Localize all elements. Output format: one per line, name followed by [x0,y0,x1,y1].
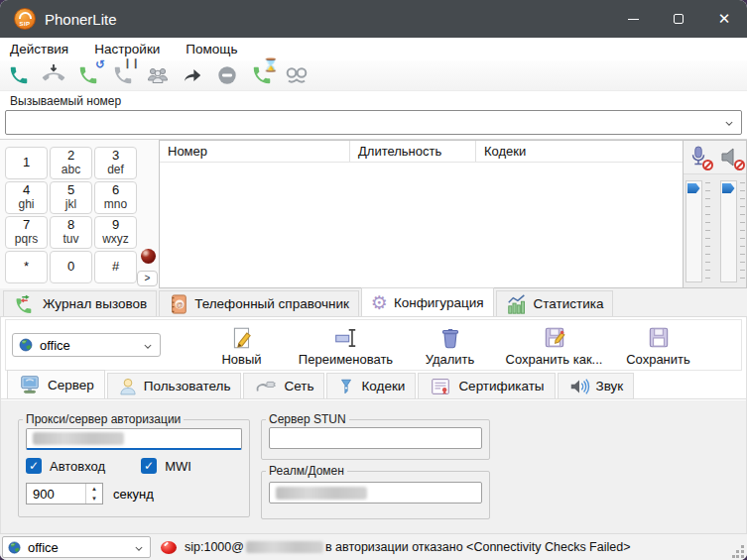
speaker-muted-icon[interactable] [719,145,743,170]
mwi-checkbox[interactable]: ✓ [141,458,157,474]
dialpad-key-hash[interactable]: # [94,251,137,283]
config-tab-codecs[interactable]: Кодеки [326,373,416,398]
forward-icon[interactable] [180,62,205,88]
call-log-icon [13,293,37,315]
config-tab-certificates[interactable]: Сертификаты [418,373,555,398]
minimize-button[interactable] [610,0,656,38]
call-list-header: Номер Длительность Кодеки [160,141,683,163]
status-profile-combobox[interactable]: office [2,536,151,558]
menu-actions[interactable]: Действия [10,42,68,56]
tab-call-log[interactable]: Журнал вызовов [3,290,157,316]
autologin-checkbox[interactable]: ✓ [26,458,42,474]
record-indicator-icon [141,249,156,264]
stun-legend: Сервер STUN [266,412,349,426]
close-button[interactable]: ✕ [701,0,747,38]
config-tab-server[interactable]: Сервер [7,370,105,398]
dialpad-key-6[interactable]: 6mno [94,181,137,214]
column-codecs[interactable]: Кодеки [476,141,683,162]
speaker-volume-slider[interactable] [720,180,745,282]
spin-up-icon[interactable]: ▲ [86,484,102,494]
certificates-icon [429,376,452,397]
audio-panel [684,140,747,288]
realm-domain-input[interactable] [269,482,482,504]
new-profile-button[interactable]: Новый [192,323,291,367]
tab-statistics[interactable]: Статистика [496,290,614,316]
save-as-profile-button[interactable]: Сохранить как... [505,323,603,367]
maximize-button[interactable] [656,0,701,38]
menu-help[interactable]: Помощь [186,42,237,56]
dialpad-key-5[interactable]: 5jkl [50,181,92,214]
call-list-body[interactable] [160,163,683,287]
config-tab-network[interactable]: Сеть [243,373,324,398]
dialpad-key-9[interactable]: 9wxyz [94,216,137,249]
masked-value [33,432,124,445]
dnd-icon[interactable] [214,62,240,88]
config-tab-sound[interactable]: Звук [558,373,635,398]
mic-slider-thumb[interactable] [687,183,700,193]
tab-configuration[interactable]: ⚙ Конфигурация [361,287,494,316]
call-icon[interactable] [6,62,32,88]
user-icon [118,376,138,397]
dialpad: 1 2abc 3def 4ghi 5jkl 6mno 7pqrs 8tuv 9w… [0,140,159,288]
server-icon [18,374,42,395]
dial-number-combobox[interactable] [5,110,742,135]
speaker-slider-thumb[interactable] [722,183,735,193]
resize-grip[interactable] [732,545,745,558]
dialpad-key-7[interactable]: 7pqrs [5,216,48,249]
microphone-muted-icon[interactable] [687,145,711,170]
dialpad-key-4[interactable]: 4ghi [5,181,48,214]
reregister-interval-spinner[interactable]: 900 ▲ ▼ [26,483,103,504]
phonebook-icon: @ [169,293,188,315]
proxy-groupbox: Прокси/сервер авторизации ✓ Автовход ✓ M… [18,412,250,517]
profile-selected: office [40,338,70,353]
chevron-down-icon[interactable] [725,120,733,128]
menu-bar: Действия Настройки Помощь [0,38,747,60]
anonymous-icon[interactable] [284,62,310,88]
chevron-down-icon[interactable] [144,343,152,351]
network-icon [254,376,278,397]
dialpad-key-3[interactable]: 3def [94,147,137,179]
dialpad-key-2[interactable]: 2abc [50,147,92,179]
server-form: Прокси/сервер авторизации ✓ Автовход ✓ M… [1,399,746,533]
save-as-icon [542,325,567,351]
status-message: sip:1000@ в авторизации отказано <Connec… [185,540,630,554]
save-icon [646,325,672,351]
configuration-panel: office Новый Переименовать Удалить [0,317,747,533]
delete-profile-button[interactable]: Удалить [401,323,499,367]
chevron-down-icon[interactable] [135,545,143,553]
hold-icon[interactable]: ❙❙ [110,62,136,88]
masked-value [276,487,367,500]
dialpad-key-star[interactable]: * [5,251,48,283]
menu-settings[interactable]: Настройки [94,42,160,56]
call-list: Номер Длительность Кодеки [159,140,684,288]
window-title: PhonerLite [45,11,117,28]
interval-unit-label: секунд [113,487,154,502]
call-toolbar: ↺ ❙❙ ⌛ [0,60,747,91]
stun-groupbox: Сервер STUN [261,412,490,460]
column-duration[interactable]: Длительность [350,141,476,162]
profile-combobox[interactable]: office [12,333,161,357]
delete-icon [437,325,463,351]
gear-icon: ⚙ [371,293,388,312]
proxy-server-input[interactable] [26,428,242,450]
save-profile-button[interactable]: Сохранить [609,323,707,367]
dialpad-key-1[interactable]: 1 [5,147,48,179]
tab-phonebook[interactable]: @ Телефонный справочник [159,290,359,316]
stats-icon [506,293,528,315]
dialpad-key-0[interactable]: 0 [50,251,92,283]
status-bar: office sip:1000@ в авторизации отказано … [0,533,747,560]
spin-down-icon[interactable]: ▼ [86,494,102,504]
config-tab-user[interactable]: Пользователь [107,373,242,398]
column-number[interactable]: Номер [160,141,350,162]
rename-profile-button[interactable]: Переименовать [297,323,395,367]
dial-number-area: Вызываемый номер [0,91,747,139]
microphone-volume-slider[interactable] [685,180,710,282]
redial-icon[interactable]: ↺ [75,62,101,88]
call-waiting-icon[interactable]: ⌛ [249,62,275,88]
hangup-icon[interactable] [41,62,66,88]
interval-value: 900 [27,484,85,504]
conference-icon[interactable] [145,62,171,88]
expand-button[interactable]: > [137,271,158,286]
stun-server-input[interactable] [269,427,482,449]
dialpad-key-8[interactable]: 8tuv [50,216,92,249]
